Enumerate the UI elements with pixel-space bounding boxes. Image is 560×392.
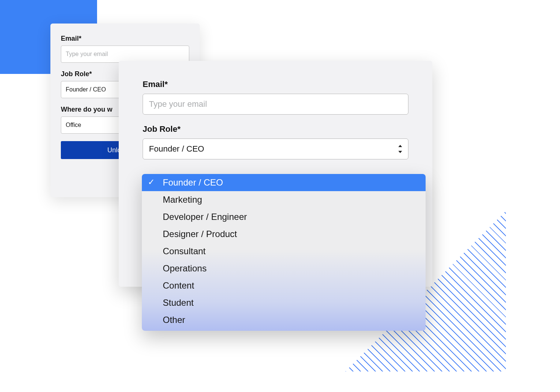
job-role-value-back: Founder / CEO: [66, 86, 106, 93]
job-role-value-front: Founder / CEO: [149, 144, 204, 154]
dropdown-option[interactable]: Student: [142, 294, 426, 311]
dropdown-option[interactable]: Marketing: [142, 191, 426, 208]
email-label-back: Email*: [61, 35, 189, 43]
dropdown-option[interactable]: Designer / Product: [142, 225, 426, 243]
email-input-back[interactable]: Type your email: [61, 46, 189, 63]
dropdown-option[interactable]: Developer / Engineer: [142, 208, 426, 225]
work-location-value-back: Office: [66, 122, 81, 128]
stage: Email* Type your email Job Role* Founder…: [0, 0, 560, 392]
email-placeholder-back: Type your email: [66, 51, 108, 57]
job-role-select-front[interactable]: Founder / CEO: [143, 139, 408, 159]
select-arrows-icon: [398, 145, 403, 153]
chevron-down-icon: [398, 151, 402, 153]
dropdown-option[interactable]: Other: [142, 311, 426, 329]
chevron-up-icon: [398, 145, 402, 147]
dropdown-option[interactable]: Operations: [142, 260, 426, 277]
job-role-label-front: Job Role*: [143, 124, 408, 134]
dropdown-option[interactable]: Founder / CEO: [142, 174, 426, 191]
email-placeholder-front: Type your email: [149, 99, 207, 109]
email-input-front[interactable]: Type your email: [143, 94, 408, 115]
job-role-dropdown: Founder / CEOMarketingDeveloper / Engine…: [142, 174, 426, 331]
email-label-front: Email*: [143, 80, 408, 89]
dropdown-option[interactable]: Consultant: [142, 243, 426, 260]
dropdown-option[interactable]: Content: [142, 277, 426, 294]
